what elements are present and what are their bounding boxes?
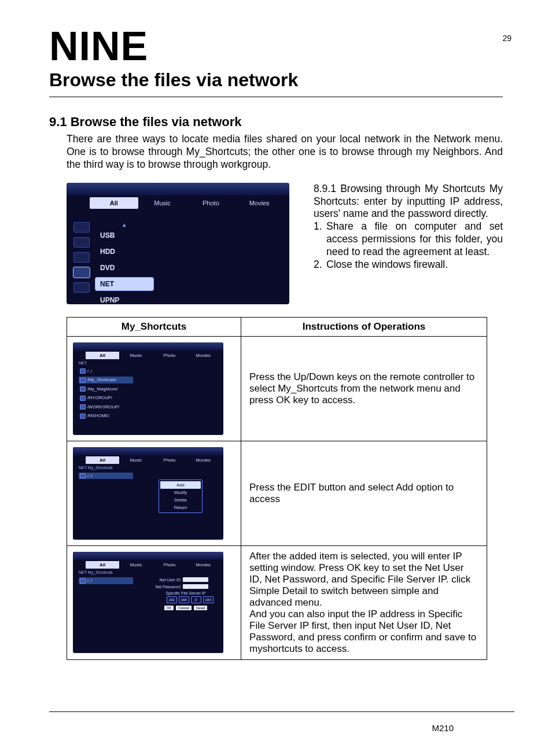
label-userid: Net User ID [154,578,181,582]
side-upnp: UPNP [95,294,153,304]
ip-octet: 168 [179,596,189,603]
main-screenshot: All Music Photo Movies ▴ USB HDD DVD NET… [67,183,289,304]
list-item: /../ [79,577,133,584]
page-title: Browse the files via network [49,69,503,91]
step3-text: After the added item is selected, you wi… [241,545,487,659]
arrow-up-icon: ▴ [95,222,153,227]
step1-screenshot: All Music Photo Movies NET /../ /My_Shor… [73,342,223,435]
list-item: /My_Neighbors/ [79,386,133,393]
table-row: All Music Photo Movies NET /../ /My_Shor… [67,336,487,441]
ip-octet: 0 [191,596,201,603]
tab-all: All [90,197,138,209]
tab-all: All [86,561,119,569]
ip-octet: 192 [167,596,177,603]
hdd-icon [73,237,90,248]
side-dvd: DVD [95,261,153,274]
tab-photo: Photo [187,197,235,209]
net-icon [73,267,90,278]
tab-music: Music [119,561,153,569]
dvd-icon [73,252,90,263]
list-item: /../ [79,473,133,480]
tab-movies: Movies [186,456,220,464]
label-password: Net Password [154,585,181,589]
tab-music: Music [138,197,187,209]
step2-screenshot: All Music Photo Movies NET My_Shortcuts … [73,447,223,540]
tab-music: Music [119,352,153,359]
list-item-text: Close the windows firewall. [326,259,448,271]
ip-form: Net User ID Net Password Specific File S… [154,577,218,610]
tab-photo: Photo [153,456,186,464]
table-row: All Music Photo Movies NET My_Shortcuts … [67,441,487,545]
list-number: 2. [314,259,326,271]
step1-text: Press the Up/Down keys on the remote con… [241,336,487,441]
divider [49,97,503,97]
divider [49,711,514,712]
context-menu: Add Modify Delete Return [159,480,203,513]
list-item: /../ [79,368,133,375]
side-net: NET [95,278,153,290]
aside-text: 8.9.1 Browsing through My Shortcuts My S… [314,183,503,304]
list-item: /MYGROUP/ [79,394,133,401]
menu-item-delete: Delete [160,496,201,504]
list-item-text: Share a file on computer and set access … [326,220,503,259]
label-serverip: Specific File Server IP [154,591,218,595]
subsection-heading: 8.9.1 Browsing through My Shortcuts [314,183,485,194]
list-item: /WORKGROUP/ [79,404,133,411]
chapter-heading: NINE [49,23,503,69]
tab-all: All [86,456,119,464]
step3-screenshot: All Music Photo Movies NET My_Shortcuts … [73,552,223,653]
list-item: /My_Shortcuts/ [79,377,133,383]
menu-item-add: Add [160,481,201,489]
tab-movies: Movies [186,352,220,359]
menu-item-modify: Modify [160,489,201,496]
table-header-shortcuts: My_Shortcuts [67,317,241,336]
table-row: All Music Photo Movies NET My_Shortcuts … [67,545,487,659]
page-number: 29 [502,34,511,43]
upnp-icon [73,282,90,293]
tab-movies: Movies [235,197,284,209]
breadcrumb: NET My_Shortcuts [79,466,113,470]
ip-octet: 100 [203,596,214,603]
cancel-button: Cancel [176,606,192,610]
table-header-instructions: Instructions of Operations [241,317,487,336]
tab-all: All [86,352,119,359]
side-usb: USB [95,229,153,242]
list-number: 1. [314,220,326,259]
breadcrumb: NET [79,361,87,365]
breadcrumb: NET My_Shortcuts [79,570,113,574]
tab-movies: Movies [186,561,220,569]
usb-port-icon [73,222,90,233]
footer-model: M210 [432,723,454,733]
menu-item-return: Return [160,504,201,511]
ok-button: OK [164,606,174,610]
section-heading: 9.1 Browse the files via network [49,115,503,130]
operations-table: My_Shortcuts Instructions of Operations … [67,317,487,660]
password-field [183,584,208,589]
userid-field [183,577,208,582]
step2-text: Press the EDIT button and select Add opt… [241,441,487,545]
tab-photo: Photo [153,561,186,569]
list-item: /MSHOME/ [79,412,133,419]
tab-photo: Photo [153,352,186,359]
detail-button: Detail [194,606,207,610]
tab-music: Music [119,456,153,464]
side-hdd: HDD [95,245,153,258]
intro-text: There are three ways to locate media fil… [67,133,503,171]
